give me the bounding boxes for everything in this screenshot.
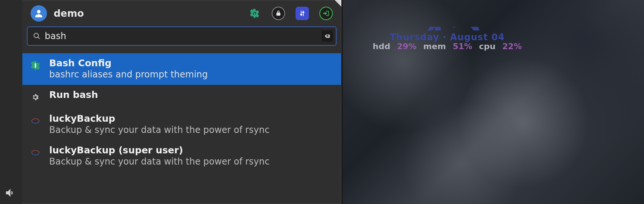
svg-point-0 [37, 10, 40, 13]
search-input[interactable] [45, 31, 322, 41]
logout-button[interactable] [319, 7, 333, 20]
application-menu: demo [22, 0, 341, 204]
desktop-clock-widget: 43 Thursday · August 04 [373, 27, 522, 42]
result-desc: bashrc aliases and prompt theming [49, 69, 208, 80]
search-box[interactable] [27, 26, 337, 46]
stat-hdd-label: hdd [373, 42, 390, 51]
result-title: luckyBackup (super user) [49, 145, 269, 156]
settings-button[interactable] [248, 7, 261, 20]
search-icon [33, 32, 41, 40]
search-row [22, 26, 341, 46]
clear-search-button[interactable] [322, 31, 333, 42]
svg-rect-6 [35, 63, 36, 68]
result-desc: Backup & sync your data with the power o… [49, 125, 269, 135]
result-item-bash-config[interactable]: Bash Config bashrc aliases and prompt th… [22, 53, 341, 85]
clock-date: Thursday · August 04 [373, 32, 522, 42]
taskbar-panel [0, 0, 22, 204]
result-title: Bash Config [49, 58, 208, 68]
result-item-luckybackup-su[interactable]: luckyBackup (super user) Backup & sync y… [22, 140, 341, 172]
result-desc: Backup & sync your data with the power o… [49, 156, 269, 167]
header-actions [248, 7, 333, 20]
svg-line-5 [38, 37, 40, 39]
lock-button[interactable] [272, 7, 285, 20]
settings-wrench-icon [29, 59, 42, 72]
user-avatar-icon[interactable] [31, 5, 47, 22]
clock-time-partial: 43 [373, 27, 522, 31]
result-title: Run bash [49, 89, 98, 100]
result-item-run-bash[interactable]: Run bash [22, 85, 341, 109]
stat-mem-label: mem [423, 42, 446, 51]
stat-mem-value: 51% [453, 42, 473, 51]
stat-hdd-value: 29% [397, 42, 417, 51]
stat-cpu-label: cpu [479, 42, 495, 51]
result-item-luckybackup[interactable]: luckyBackup Backup & sync your data with… [22, 109, 341, 140]
sync-icon [29, 115, 42, 127]
result-title: luckyBackup [49, 113, 269, 124]
volume-icon[interactable] [4, 187, 16, 199]
gear-icon [29, 91, 42, 103]
sync-icon [29, 146, 42, 159]
svg-point-4 [34, 33, 38, 38]
username-label: demo [54, 8, 241, 19]
search-results-list: Bash Config bashrc aliases and prompt th… [22, 53, 341, 204]
menu-header: demo [22, 0, 341, 26]
network-button[interactable] [296, 7, 309, 20]
system-stats-widget: hdd 29% mem 51% cpu 22% [373, 42, 522, 51]
stat-cpu-value: 22% [502, 42, 522, 51]
